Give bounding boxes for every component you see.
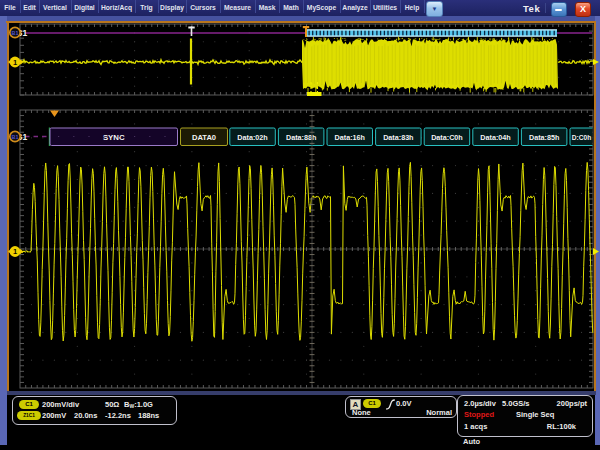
main-trigger-position-triangle[interactable] xyxy=(50,111,59,118)
bus-sync-label: SYNC xyxy=(103,133,125,142)
bus-b1-marker[interactable]: B1B1 xyxy=(10,27,28,38)
acq-count: 1 acqs xyxy=(464,422,487,431)
trigger-mode-right: Normal xyxy=(426,408,452,417)
scope-display: SYNCDATA0Data:02hData:88hData:16hData:83… xyxy=(0,0,600,450)
bus-byte-label-5: Data:04h xyxy=(480,133,510,142)
menu-myscope[interactable]: MyScope xyxy=(303,0,341,13)
bus-byte-label-0: Data:02h xyxy=(237,133,267,142)
trigger-level: 0.0V xyxy=(396,399,411,408)
titlebar-separator xyxy=(545,3,546,13)
menu-mask[interactable]: Mask xyxy=(255,0,280,13)
zoom-scale: 200mV xyxy=(42,411,66,420)
menu-display[interactable]: Display xyxy=(158,0,187,13)
zoom-badge: Z1C1 xyxy=(17,411,41,420)
offscreen-right-arrow-main xyxy=(593,248,599,255)
channel-readout-box[interactable]: C1 200mV/div 50Ω BW:1.0G Z1C1 200mV 20.0… xyxy=(12,396,177,425)
channel1-marker[interactable]: 1 xyxy=(8,57,23,68)
bus-b1-marker-label: B1 xyxy=(12,30,19,36)
bus-byte-label-4: Data:C0h xyxy=(431,133,463,142)
menu-edit[interactable]: Edit xyxy=(20,0,40,13)
trigger-mode-left: None xyxy=(352,408,371,417)
acq-mode: Single Seq xyxy=(516,410,554,419)
bus-byte-label-6: Data:85h xyxy=(529,133,559,142)
channel1-waveform-trace xyxy=(20,162,593,341)
bus-b1-marker[interactable]: B1B1 xyxy=(10,131,28,142)
menu-measure[interactable]: Measure xyxy=(220,0,256,13)
menu-utilities[interactable]: Utilities xyxy=(370,0,401,13)
channel-badge: C1 xyxy=(19,400,39,409)
channel1-marker-label: 1 xyxy=(13,247,17,256)
menu-digital[interactable]: Digital xyxy=(71,0,99,13)
samplerate: 5.0GS/s xyxy=(502,399,530,408)
bus-byte-label-3: Data:83h xyxy=(383,133,413,142)
menu-analyze[interactable]: Analyze xyxy=(340,0,371,13)
menu-cursors[interactable]: Cursors xyxy=(186,0,221,13)
offscreen-right-arrow-overview xyxy=(593,59,599,65)
menu-file[interactable]: File xyxy=(0,0,21,13)
close-button[interactable]: X xyxy=(575,2,591,17)
minimize-button[interactable] xyxy=(551,2,567,17)
bus-byte-label-7: D:C0h xyxy=(572,134,591,141)
zoom-time2: -12.2ns xyxy=(105,411,131,420)
menu-math[interactable]: Math xyxy=(279,0,304,13)
center-crosshair-ruler xyxy=(20,247,593,251)
bus-byte-label-2: Data:16h xyxy=(335,133,365,142)
rising-edge-icon xyxy=(385,398,396,411)
bus-data0-label: DATA0 xyxy=(192,133,216,142)
minimize-icon xyxy=(555,9,562,11)
channel-impedance: 50Ω xyxy=(105,400,119,409)
zoom-time1: 20.0ns xyxy=(74,411,97,420)
record-length: RL:100k xyxy=(547,422,576,431)
tek-logo: Tek xyxy=(523,3,540,14)
menu-vertical[interactable]: Vertical xyxy=(39,0,72,13)
menu-horizacq[interactable]: Horiz/Acq xyxy=(98,0,136,13)
bus-b1-marker-label: B1 xyxy=(12,134,19,140)
window-bottom xyxy=(0,445,600,450)
overview-baseline-right xyxy=(558,61,593,64)
menu-dropdown-button[interactable]: ▼ xyxy=(426,1,443,17)
overview-baseline-left xyxy=(20,60,302,65)
horizontal-readout-box[interactable]: 2.0µs/div 5.0GS/s 200ps/pt Stopped Singl… xyxy=(457,395,593,437)
channel1-marker[interactable]: 1 xyxy=(8,246,23,257)
acq-state: Stopped xyxy=(464,410,494,419)
channel-bandwidth: BW:1.0G xyxy=(124,400,153,409)
overview-t-marker xyxy=(188,27,194,37)
menu-trig[interactable]: Trig xyxy=(135,0,159,13)
overview-burst xyxy=(302,39,558,90)
resolution: 200ps/pt xyxy=(557,399,587,408)
timebase: 2.0µs/div xyxy=(464,399,496,408)
menu-bar: FileEditVerticalDigitalHoriz/AcqTrigDisp… xyxy=(0,0,600,16)
trigger-readout-box[interactable]: A C1 0.0V None Normal xyxy=(345,396,457,418)
channel-scale: 200mV/div xyxy=(42,400,79,409)
center-crosshair-ruler xyxy=(310,110,315,388)
trigger-source-badge: C1 xyxy=(363,399,381,408)
channel1-marker-label: 1 xyxy=(13,58,17,67)
zoom-time3: 188ns xyxy=(138,411,159,420)
menu-help[interactable]: Help xyxy=(400,0,425,13)
